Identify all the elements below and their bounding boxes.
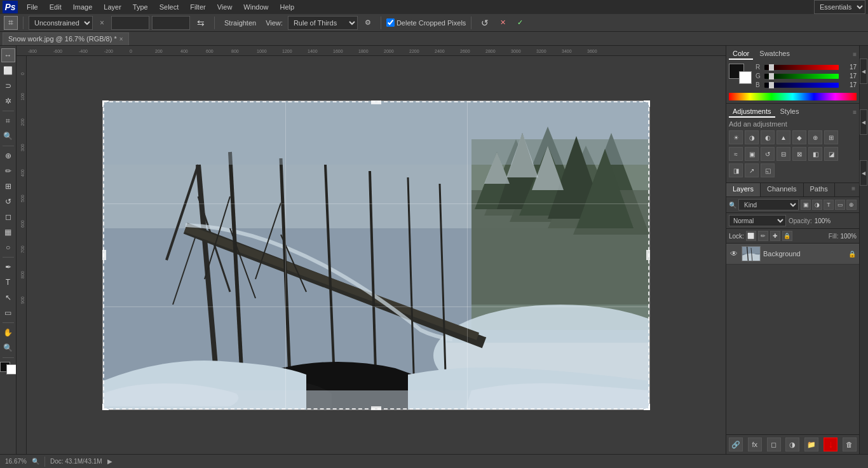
layers-tab[interactable]: Layers	[726, 183, 761, 196]
green-slider[interactable]	[764, 74, 839, 79]
lock-move-btn[interactable]: ✚	[770, 231, 780, 241]
background-color[interactable]	[6, 364, 17, 375]
path-select-tool[interactable]: ↖	[1, 291, 15, 305]
crop-handle-mr[interactable]	[646, 250, 650, 260]
adjustments-collapse[interactable]: ≡	[853, 109, 857, 116]
menu-layer[interactable]: Layer	[98, 2, 126, 12]
crop-tool-icon[interactable]: ⌗	[4, 16, 18, 30]
lock-all-btn[interactable]: 🔒	[782, 231, 792, 241]
crop-handle-bm[interactable]	[371, 406, 381, 410]
filter-pixel-btn[interactable]: ▣	[801, 200, 811, 210]
cancel-btn[interactable]: ✕	[496, 16, 510, 30]
crop-handle-tl[interactable]	[102, 100, 109, 107]
layer-effects-btn[interactable]: fx	[748, 437, 762, 451]
photo-filter-btn[interactable]: ▣	[745, 147, 759, 161]
filter-adj-btn[interactable]: ◑	[812, 200, 822, 210]
zoom-tool[interactable]: 🔍	[1, 341, 15, 355]
pen-tool[interactable]: ✒	[1, 260, 15, 274]
layer-filter-select[interactable]: Kind	[738, 199, 799, 210]
color-tab[interactable]: Color	[729, 48, 753, 60]
new-fill-adj-btn[interactable]: ◑	[785, 437, 799, 451]
new-layer-btn[interactable]: ↓	[824, 437, 837, 451]
reset-btn[interactable]: ↺	[477, 16, 493, 30]
view-settings-btn[interactable]: ⚙	[360, 16, 376, 30]
close-btn[interactable]: ×	[95, 16, 109, 30]
file-tab-close[interactable]: ×	[119, 36, 123, 43]
layer-vis-icon[interactable]: 👁	[729, 249, 739, 259]
swap-dimensions-btn[interactable]: ⇆	[193, 16, 209, 30]
menu-filter[interactable]: Filter	[185, 2, 210, 12]
zoom-icon[interactable]: 🔍	[32, 458, 39, 465]
shape-tool[interactable]: ▭	[1, 306, 15, 320]
move-tool[interactable]: ↔	[1, 48, 15, 62]
history-brush-tool[interactable]: ↺	[1, 195, 15, 209]
hand-tool[interactable]: ✋	[1, 326, 15, 340]
add-mask-btn[interactable]: ◻	[767, 437, 781, 451]
confirm-btn[interactable]: ✓	[513, 16, 527, 30]
swatches-tab[interactable]: Swatches	[756, 48, 794, 60]
layers-panel-collapse[interactable]: ≡	[848, 183, 859, 196]
view-mode-select[interactable]: Rule of Thirds	[288, 16, 358, 30]
crop-handle-ml[interactable]	[102, 250, 106, 260]
delete-cropped-checkbox[interactable]: Delete Cropped Pixels	[386, 18, 466, 27]
vibrance-btn[interactable]: ◆	[792, 130, 806, 144]
crop-handle-tr[interactable]	[644, 100, 650, 107]
lock-position-btn[interactable]: ✏	[758, 231, 768, 241]
color-lookup-btn[interactable]: ⊟	[776, 147, 790, 161]
gradient-tool[interactable]: ▦	[1, 225, 15, 239]
selective-color-btn[interactable]: ↗	[745, 163, 759, 177]
width-input[interactable]	[111, 16, 149, 30]
posterize-btn[interactable]: ◧	[808, 147, 822, 161]
fg-bg-color-selector[interactable]	[729, 64, 752, 84]
gradient-map-btn[interactable]: ◨	[729, 163, 743, 177]
crop-handle-br[interactable]	[644, 404, 650, 410]
type-tool[interactable]: T	[1, 275, 15, 289]
clone-tool[interactable]: ⊞	[1, 179, 15, 193]
height-input[interactable]	[152, 16, 190, 30]
bw-btn[interactable]: ≈	[729, 147, 743, 161]
doc-info-arrow[interactable]: ▶	[107, 458, 112, 465]
layer-background[interactable]: 👁 Background 🔒	[726, 244, 859, 265]
lock-pixels-btn[interactable]: ⬜	[746, 231, 756, 241]
red-slider[interactable]	[764, 65, 839, 70]
threshold-btn[interactable]: ◪	[824, 147, 838, 161]
red-slider-thumb[interactable]	[769, 64, 774, 71]
exposure-btn[interactable]: ▲	[776, 130, 790, 144]
workspace-select[interactable]: Essentials	[814, 0, 865, 14]
blue-slider-thumb[interactable]	[769, 82, 774, 88]
curves-btn[interactable]: ◐	[761, 130, 775, 144]
collapse-color-btn[interactable]: ◀	[860, 59, 867, 84]
color-spectrum[interactable]	[729, 93, 857, 100]
hsl-btn[interactable]: ⊕	[808, 130, 822, 144]
color-panel-collapse[interactable]: ≡	[853, 51, 857, 58]
brightness-contrast-btn[interactable]: ☀	[729, 130, 743, 144]
magic-wand-tool[interactable]: ✲	[1, 94, 15, 108]
filter-type-btn[interactable]: T	[824, 200, 834, 210]
lasso-tool[interactable]: ⊃	[1, 79, 15, 93]
green-slider-thumb[interactable]	[769, 73, 774, 79]
menu-help[interactable]: Help	[275, 2, 299, 12]
channels-tab[interactable]: Channels	[761, 183, 803, 196]
blue-slider[interactable]	[764, 83, 839, 88]
marquee-tool[interactable]: ⬜	[1, 64, 15, 78]
menu-type[interactable]: Type	[128, 2, 153, 12]
filter-sm-btn[interactable]: ⊕	[846, 200, 857, 210]
dodge-tool[interactable]: ○	[1, 240, 15, 254]
adjustments-tab[interactable]: Adjustments	[729, 106, 775, 118]
healing-tool[interactable]: ⊕	[1, 149, 15, 163]
invert-btn[interactable]: ⊠	[792, 147, 806, 161]
link-layers-btn[interactable]: 🔗	[729, 437, 743, 451]
canvas-container[interactable]	[27, 56, 726, 454]
menu-select[interactable]: Select	[154, 2, 184, 12]
eyedropper-tool[interactable]: 🔍	[1, 129, 15, 143]
crop-tool[interactable]: ⌗	[1, 114, 15, 128]
styles-tab[interactable]: Styles	[776, 106, 803, 118]
blend-mode-select[interactable]: Normal	[729, 215, 786, 226]
constraint-select[interactable]: Unconstrained	[29, 16, 93, 30]
new-group-btn[interactable]: 📁	[804, 437, 818, 451]
channel-mixer-btn[interactable]: ↺	[761, 147, 775, 161]
crop-handle-tm[interactable]	[371, 100, 381, 104]
collapse-layers-btn[interactable]: ◀	[860, 160, 867, 186]
menu-edit[interactable]: Edit	[44, 2, 67, 12]
delete-layer-btn[interactable]: 🗑	[843, 437, 857, 451]
